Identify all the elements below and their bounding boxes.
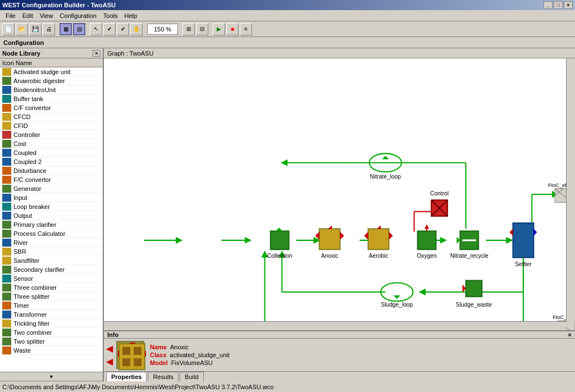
menu-view[interactable]: View [36, 11, 57, 20]
graph-scrollbar-right[interactable] [566, 58, 575, 321]
connect-tool[interactable]: ✔ [103, 23, 116, 35]
info-model-label: Model [150, 359, 168, 366]
print-button[interactable]: 🖨 [43, 23, 55, 35]
sidebar-item[interactable]: Two splitter [0, 337, 103, 346]
sidebar-item[interactable]: Activated sludge unit [0, 67, 103, 76]
sidebar-item[interactable]: C/F convertor [0, 103, 103, 112]
oxygen-label: Oxygen [417, 253, 437, 259]
svg-marker-40 [394, 295, 400, 299]
info-content: ◀ ◀ [104, 339, 575, 371]
sidebar-scroll-down[interactable]: ▼ [0, 372, 103, 381]
pointer-tool[interactable]: ↖ [90, 23, 102, 35]
node-icon [2, 176, 11, 184]
zoom-input[interactable] [147, 24, 178, 35]
node-icon [2, 293, 11, 300]
sidebar-item[interactable]: Sensor [0, 274, 103, 283]
sidebar-item-label: Sensor [13, 275, 33, 282]
sidebar-item[interactable]: SBR [0, 247, 103, 256]
sidebar-item[interactable]: Coupled [0, 148, 103, 157]
tb-btn2[interactable]: ▤ [73, 23, 85, 35]
run-button[interactable]: ▶ [213, 23, 225, 35]
sidebar-item-label: Anaerobic digester [13, 78, 65, 84]
content-area: Graph : TwoASU [104, 48, 575, 381]
menu-configuration[interactable]: Configuration [56, 11, 99, 20]
sidebar-item-label: Primary clarifier [13, 221, 56, 228]
menu-edit[interactable]: Edit [19, 11, 36, 20]
node-icon [2, 320, 11, 327]
settler-node [513, 223, 533, 257]
sidebar-item[interactable]: Generator [0, 184, 103, 193]
hand-tool[interactable]: ✋ [130, 23, 143, 35]
sidebar-item-label: Two combiner [13, 329, 52, 336]
minimize-button[interactable]: _ [544, 1, 553, 9]
info-name-row: Name Anoxic [150, 344, 230, 350]
sidebar-item[interactable]: Waste [0, 346, 103, 355]
sidebar-item[interactable]: Three splitter [0, 292, 103, 301]
info-collapse-icon[interactable]: × [568, 331, 572, 338]
sidebar-item[interactable]: Three combiner [0, 283, 103, 292]
sidebar-item[interactable]: Process Calculator [0, 229, 103, 238]
sidebar-item[interactable]: Trickling filter [0, 319, 103, 328]
sidebar-item[interactable]: BiodennitroUnit [0, 85, 103, 94]
menu-help[interactable]: Help [121, 11, 140, 20]
sidebar-item[interactable]: Transformer [0, 310, 103, 319]
node-icon [2, 239, 11, 247]
sidebar-item[interactable]: Sandfilter [0, 256, 103, 265]
sidebar-item-label: F/C convertor [13, 176, 51, 183]
sidebar-item[interactable]: River [0, 238, 103, 247]
sidebar-item[interactable]: Primary clarifier [0, 220, 103, 229]
sidebar-item[interactable]: Loop breaker [0, 202, 103, 211]
info-title: Info [107, 331, 118, 338]
grid-button[interactable]: ⊞ [182, 23, 195, 35]
new-button[interactable]: 📄 [2, 23, 15, 35]
stop-button[interactable]: ■ [226, 23, 239, 35]
tab-properties[interactable]: Properties [106, 372, 147, 381]
svg-marker-54 [118, 350, 119, 357]
menu-tools[interactable]: Tools [100, 11, 121, 20]
save-button[interactable]: 💾 [29, 23, 42, 35]
sidebar-item[interactable]: Two combiner [0, 328, 103, 337]
anoxic-label: Anoxic [321, 253, 339, 259]
sidebar-item-label: BiodennitroUnit [13, 86, 56, 93]
svg-marker-27 [316, 232, 320, 240]
sidebar-item[interactable]: Disturbance [0, 166, 103, 175]
sidebar-item[interactable]: F/C convertor [0, 175, 103, 184]
sidebar-item[interactable]: Output [0, 211, 103, 220]
tab-build[interactable]: Build [180, 372, 203, 381]
info-class-row: Class activated_sludge_unit [150, 352, 230, 358]
node-icon [2, 158, 11, 166]
svg-marker-31 [389, 232, 393, 240]
menu-file[interactable]: File [2, 11, 19, 20]
sidebar-item-label: Coupled 2 [13, 158, 42, 165]
sidebar-item-label: Output [13, 212, 32, 219]
zoom-tool[interactable]: ✔ [117, 23, 129, 35]
sidebar-item[interactable]: Buffer tank [0, 94, 103, 103]
sidebar-item[interactable]: CFID [0, 121, 103, 130]
sidebar-item-label: Controller [13, 131, 40, 138]
sidebar-item[interactable]: Cost [0, 139, 103, 148]
maximize-button[interactable]: □ [554, 1, 563, 9]
sidebar-item[interactable]: Secondary clarifier [0, 265, 103, 274]
sidebar-item[interactable]: Coupled 2 [0, 157, 103, 166]
sidebar-item[interactable]: CFCD [0, 112, 103, 121]
graph-area[interactable]: Collection Anoxic Aerobic [104, 58, 575, 330]
sidebar-item-label: CFID [13, 122, 28, 129]
tb-btn1[interactable]: ▦ [60, 23, 72, 35]
open-button[interactable]: 📂 [16, 23, 28, 35]
sidebar-item[interactable]: Input [0, 193, 103, 202]
sidebar-item[interactable]: Anaerobic digester [0, 76, 103, 85]
node-icon [2, 167, 11, 175]
sidebar-close-button[interactable]: × [93, 50, 101, 57]
sidebar-item-label: Activated sludge unit [13, 69, 71, 75]
sidebar-item[interactable]: Controller [0, 130, 103, 139]
svg-rect-53 [134, 358, 142, 366]
sidebar-item[interactable]: Timer [0, 301, 103, 310]
graph-scrollbar-bottom[interactable] [104, 321, 566, 330]
close-button[interactable]: × [564, 1, 573, 9]
snap-button[interactable]: ⊟ [196, 23, 208, 35]
collection-node [271, 231, 289, 249]
tab-results[interactable]: Results [148, 372, 179, 381]
svg-rect-52 [122, 358, 130, 366]
node-icon [2, 338, 11, 345]
tb-misc[interactable]: ≡ [240, 23, 252, 35]
